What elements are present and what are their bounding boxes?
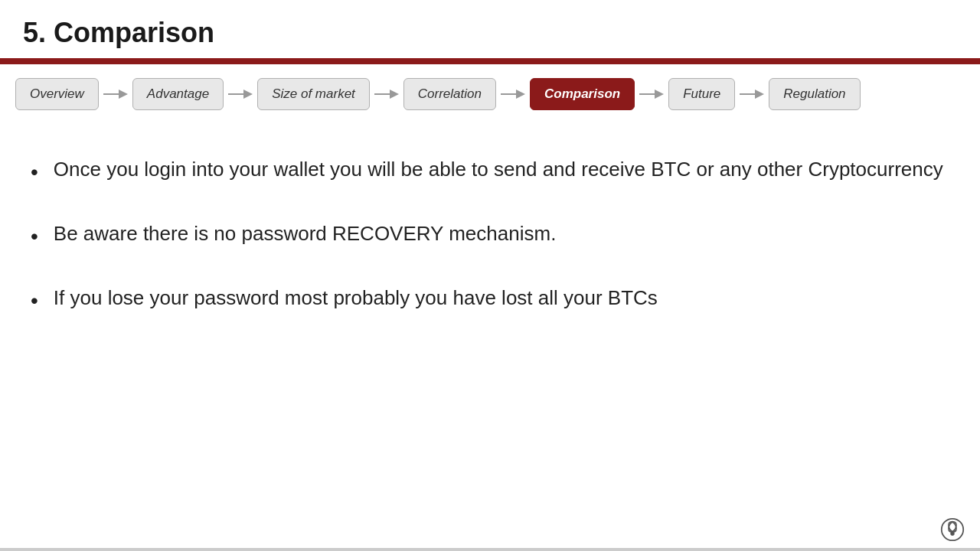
nav-item-regulation[interactable]: Regulation	[769, 78, 860, 110]
nav-item-size-of-market[interactable]: Size of market	[257, 78, 370, 110]
bullet-list: •Once you login into your wallet you wil…	[31, 155, 949, 317]
nav-arrow-4	[499, 85, 527, 103]
nav-arrow-2	[227, 85, 254, 103]
bullet-item-2: •If you lose your password most probably…	[31, 283, 949, 317]
nav-item-advantage[interactable]: Advantage	[132, 78, 224, 110]
navigation-bar: Overview Advantage Size of market	[0, 64, 980, 124]
slide-container: 5. Comparison Overview Advantage Size of…	[0, 0, 980, 551]
bullet-text-2: If you lose your password most probably …	[54, 283, 949, 313]
bullet-item-0: •Once you login into your wallet you wil…	[31, 155, 949, 188]
nav-arrow-6	[738, 85, 766, 103]
footer-bar	[0, 548, 980, 551]
bullet-dot-2: •	[31, 285, 38, 317]
footer-logo	[939, 516, 966, 543]
bullet-item-1: •Be aware there is no password RECOVERY …	[31, 219, 949, 253]
svg-point-8	[947, 520, 959, 533]
svg-point-9	[949, 521, 956, 532]
nav-item-overview[interactable]: Overview	[15, 78, 99, 110]
bullet-text-1: Be aware there is no password RECOVERY m…	[54, 219, 949, 249]
nav-item-correlation[interactable]: Correlation	[403, 78, 496, 110]
slide-content: •Once you login into your wallet you wil…	[0, 124, 980, 363]
nav-arrow-1	[102, 85, 129, 103]
nav-item-comparison[interactable]: Comparison	[530, 78, 635, 110]
svg-point-10	[950, 532, 954, 536]
red-bar	[0, 58, 980, 64]
bullet-text-0: Once you login into your wallet you will…	[54, 155, 949, 184]
nav-item-future[interactable]: Future	[668, 78, 735, 110]
nav-arrow-3	[373, 85, 400, 103]
bullet-dot-1: •	[31, 220, 38, 253]
slide-title: 5. Comparison	[0, 0, 980, 58]
nav-arrow-5	[638, 85, 665, 103]
bullet-dot-0: •	[31, 156, 38, 188]
